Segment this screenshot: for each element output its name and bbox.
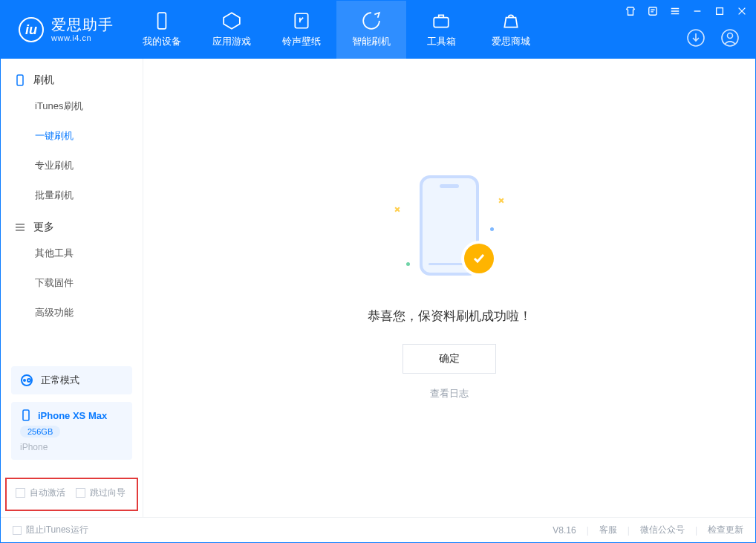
sidebar-item-firmware[interactable]: 下载固件 (1, 268, 143, 298)
nav-store-label: 爱思商城 (492, 35, 530, 48)
device-name: iPhone XS Max (38, 410, 107, 421)
svg-rect-2 (434, 18, 449, 27)
svg-rect-1 (295, 13, 307, 28)
checkbox-icon (16, 488, 25, 498)
user-controls (685, 27, 740, 48)
block-itunes[interactable]: 阻止iTunes运行 (13, 524, 88, 536)
app-window: iu 爱思助手 www.i4.cn 我的设备 应用游戏 铃声壁纸 智能刷机 (0, 0, 756, 543)
success-illustration (390, 175, 509, 287)
svg-rect-8 (17, 75, 23, 85)
checkbox-icon (13, 526, 22, 535)
device-capacity: 256GB (20, 426, 60, 438)
sidebar-item-batch[interactable]: 批量刷机 (1, 181, 143, 210)
download-icon[interactable] (685, 27, 706, 48)
sidebar-section-more: 更多 (1, 210, 143, 238)
wechat-link[interactable]: 微信公众号 (640, 524, 685, 536)
opt-skip-guide-label: 跳过向导 (90, 487, 126, 499)
ok-button[interactable]: 确定 (403, 344, 496, 374)
svg-point-7 (728, 33, 733, 39)
checkbox-icon (76, 488, 85, 498)
svg-rect-12 (23, 410, 29, 420)
nav-device-label: 我的设备 (143, 35, 181, 48)
sidebar-section-flash: 刷机 (1, 63, 143, 91)
device-card[interactable]: iPhone XS Max 256GB iPhone (11, 402, 132, 460)
success-message: 恭喜您，保资料刷机成功啦！ (368, 308, 532, 325)
minimize-icon[interactable] (691, 5, 703, 17)
block-itunes-label: 阻止iTunes运行 (26, 524, 88, 536)
close-icon[interactable] (736, 5, 748, 17)
nav-tools-label: 工具箱 (427, 35, 456, 48)
maximize-icon[interactable] (714, 5, 726, 17)
window-controls (625, 5, 748, 17)
app-subtitle: www.i4.cn (51, 33, 114, 43)
nav-flash-label: 智能刷机 (352, 35, 391, 48)
nav-device[interactable]: 我的设备 (127, 1, 197, 59)
sidebar-item-other[interactable]: 其他工具 (1, 238, 143, 268)
opt-auto-activate-label: 自动激活 (30, 487, 65, 499)
titlebar: iu 爱思助手 www.i4.cn 我的设备 应用游戏 铃声壁纸 智能刷机 (1, 1, 755, 59)
svg-point-11 (27, 379, 30, 382)
sidebar-item-itunes[interactable]: iTunes刷机 (1, 91, 143, 121)
nav-store[interactable]: 爱思商城 (476, 1, 546, 59)
support-link[interactable]: 客服 (599, 524, 617, 536)
sidebar-item-oneclick[interactable]: 一键刷机 (1, 121, 143, 151)
statusbar: 阻止iTunes运行 V8.16 | 客服 | 微信公众号 | 检查更新 (1, 517, 755, 542)
sidebar-item-advanced[interactable]: 高级功能 (1, 298, 143, 328)
mode-label: 正常模式 (41, 374, 79, 387)
top-nav: 我的设备 应用游戏 铃声壁纸 智能刷机 工具箱 爱思商城 (127, 1, 546, 59)
nav-ring[interactable]: 铃声壁纸 (267, 1, 336, 59)
svg-point-10 (23, 379, 26, 382)
sidebar-item-pro[interactable]: 专业刷机 (1, 151, 143, 181)
logo: iu 爱思助手 www.i4.cn (1, 1, 127, 59)
menu-icon[interactable] (669, 5, 681, 17)
svg-rect-0 (158, 13, 166, 29)
svg-rect-3 (649, 7, 657, 16)
nav-apps-label: 应用游戏 (212, 35, 251, 48)
nav-flash[interactable]: 智能刷机 (336, 1, 406, 59)
sidebar: 刷机 iTunes刷机 一键刷机 专业刷机 批量刷机 更多 其他工具 下载固件 … (1, 59, 143, 517)
app-title: 爱思助手 (51, 16, 114, 33)
sidebar-section-more-label: 更多 (33, 221, 54, 234)
opt-skip-guide[interactable]: 跳过向导 (76, 487, 126, 499)
update-link[interactable]: 检查更新 (708, 524, 743, 536)
main-content: 恭喜您，保资料刷机成功啦！ 确定 查看日志 (143, 59, 755, 517)
opt-auto-activate[interactable]: 自动激活 (16, 487, 65, 499)
mode-card[interactable]: 正常模式 (11, 366, 132, 394)
skin-icon[interactable] (625, 5, 636, 17)
nav-tools[interactable]: 工具箱 (406, 1, 476, 59)
nav-ring-label: 铃声壁纸 (282, 35, 321, 48)
feedback-icon[interactable] (647, 5, 659, 17)
body: 刷机 iTunes刷机 一键刷机 专业刷机 批量刷机 更多 其他工具 下载固件 … (1, 59, 755, 517)
svg-rect-4 (717, 8, 723, 15)
logo-icon: iu (19, 17, 44, 42)
version-label: V8.16 (553, 525, 576, 536)
nav-apps[interactable]: 应用游戏 (197, 1, 267, 59)
sidebar-section-flash-label: 刷机 (33, 74, 54, 87)
check-icon (464, 244, 494, 273)
device-type: iPhone (20, 442, 123, 452)
user-icon[interactable] (720, 27, 740, 48)
view-log-link[interactable]: 查看日志 (430, 387, 469, 400)
options-row: 自动激活 跳过向导 (5, 478, 138, 511)
